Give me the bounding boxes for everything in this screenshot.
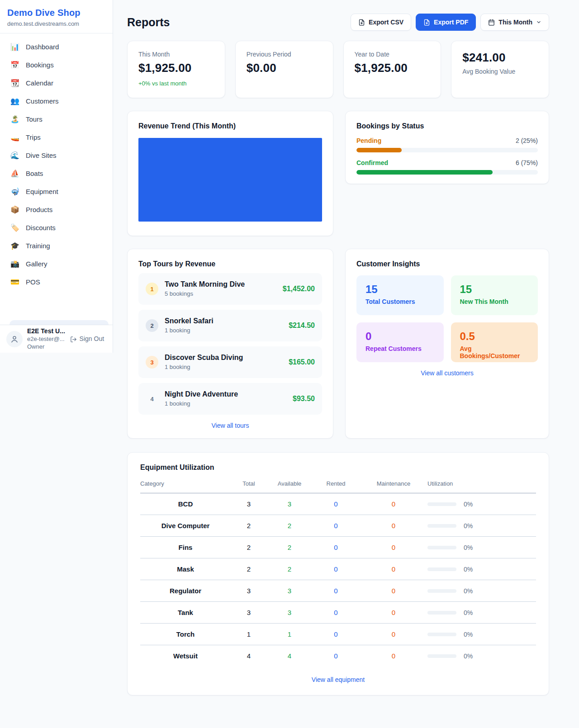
rank-badge: 1: [146, 283, 158, 295]
user-name: E2E Test U...: [27, 327, 104, 336]
stat-card-this-month: This Month $1,925.00 +0% vs last month: [127, 41, 225, 98]
sidebar-item-label: POS: [26, 278, 40, 286]
file-download-icon: [423, 19, 430, 26]
main-content: Reports Export CSV Export PDF This Month: [113, 0, 579, 695]
top-tours-card: Top Tours by Revenue 1 Two Tank Morning …: [127, 249, 333, 439]
sidebar-item-customers[interactable]: 👥 Customers: [5, 92, 107, 110]
sidebar-item-label: Customers: [26, 97, 59, 105]
cell-available: 4: [267, 645, 312, 667]
insight-label: Repeat Customers: [365, 345, 435, 352]
status-row-pending: Pending 2 (25%): [356, 137, 538, 152]
page-title: Reports: [127, 16, 170, 29]
export-pdf-button[interactable]: Export PDF: [416, 14, 476, 31]
sidebar-item-pos[interactable]: 💳 POS: [5, 273, 107, 291]
utilization-percent: 0%: [464, 566, 473, 573]
export-csv-button[interactable]: Export CSV: [351, 14, 411, 31]
utilization-percent: 0%: [464, 544, 473, 551]
calendar-icon: [488, 19, 495, 26]
sidebar-item-discounts[interactable]: 🏷️ Discounts: [5, 219, 107, 236]
utilization-bar: [427, 524, 456, 528]
table-row: Tank 3 3 0 0 0%: [140, 602, 536, 624]
cell-rented: 0: [312, 537, 360, 558]
stat-label: This Month: [138, 51, 214, 58]
calendar-date-icon: 📅: [10, 61, 20, 69]
sidebar-item-reports-active-partial[interactable]: [9, 320, 109, 325]
utilization-percent: 0%: [464, 522, 473, 529]
user-role: Owner: [27, 343, 104, 350]
sidebar-item-products[interactable]: 📦 Products: [5, 201, 107, 218]
sidebar-item-label: Dashboard: [26, 43, 59, 51]
cell-total: 2: [231, 558, 267, 580]
tear-off-calendar-icon: 📆: [10, 79, 20, 87]
sidebar-item-dive-sites[interactable]: 🌊 Dive Sites: [5, 147, 107, 164]
sidebar-item-calendar[interactable]: 📆 Calendar: [5, 74, 107, 92]
sidebar-item-label: Gallery: [26, 260, 47, 268]
utilization-percent: 0%: [464, 587, 473, 595]
stat-card-previous-period: Previous Period $0.00: [235, 41, 333, 98]
view-all-equipment-link[interactable]: View all equipment: [140, 676, 536, 683]
table-row: Mask 2 2 0 0 0%: [140, 558, 536, 580]
insight-value: 0.5: [460, 330, 529, 343]
brand-name[interactable]: Demo Dive Shop: [7, 8, 105, 18]
tour-revenue: $165.00: [289, 358, 315, 366]
insight-label: Avg Bookings/Customer: [460, 345, 529, 359]
cell-rented: 0: [312, 558, 360, 580]
insight-repeat-customers: 0 Repeat Customers: [356, 322, 444, 362]
stat-label: Avg Booking Value: [462, 68, 538, 75]
cell-maintenance: 0: [360, 515, 427, 537]
equipment-header-row: Category Total Available Rented Maintena…: [140, 480, 536, 493]
tour-bookings: 1 booking: [165, 327, 214, 335]
utilization-percent: 0%: [464, 631, 473, 638]
sidebar-item-boats[interactable]: ⛵ Boats: [5, 165, 107, 182]
insight-total-customers: 15 Total Customers: [356, 275, 444, 315]
equipment-utilization-card: Equipment Utilization Category Total Ava…: [127, 452, 549, 695]
equipment-table: Category Total Available Rented Maintena…: [140, 480, 536, 667]
sidebar-item-equipment[interactable]: 🤿 Equipment: [5, 183, 107, 200]
rank-badge: 4: [146, 392, 158, 405]
sidebar-item-tours[interactable]: 🏝️ Tours: [5, 110, 107, 128]
insight-label: New This Month: [460, 298, 529, 305]
status-bar-track: [356, 170, 538, 175]
cell-total: 2: [231, 537, 267, 558]
period-dropdown[interactable]: This Month: [480, 14, 549, 31]
equipment-utilization-title: Equipment Utilization: [140, 463, 536, 472]
cell-total: 4: [231, 645, 267, 667]
utilization-percent: 0%: [464, 609, 473, 616]
top-tours-title: Top Tours by Revenue: [138, 260, 322, 268]
stat-card-year-to-date: Year to Date $1,925.00: [343, 41, 441, 98]
sidebar-item-label: Trips: [26, 133, 41, 141]
utilization-bar: [427, 502, 456, 506]
tour-revenue: $93.50: [293, 395, 315, 403]
sidebar-item-bookings[interactable]: 📅 Bookings: [5, 56, 107, 74]
rank-badge: 2: [146, 319, 158, 332]
sidebar-item-training[interactable]: 🎓 Training: [5, 237, 107, 255]
cell-category: Wetsuit: [140, 645, 231, 667]
sidebar-item-trips[interactable]: 🚤 Trips: [5, 128, 107, 146]
cell-rented: 0: [312, 493, 360, 515]
utilization-bar: [427, 654, 456, 658]
view-all-tours-link[interactable]: View all tours: [138, 422, 322, 429]
tour-row: 3 Discover Scuba Diving 1 booking $165.0…: [138, 346, 322, 378]
tag-icon: 🏷️: [10, 223, 20, 232]
sidebar-item-label: Products: [26, 206, 52, 213]
status-count-pending: 2 (25%): [516, 137, 538, 144]
cell-category: Torch: [140, 624, 231, 645]
stat-value: $0.00: [247, 61, 322, 75]
table-row: Torch 1 1 0 0 0%: [140, 624, 536, 645]
cell-total: 2: [231, 515, 267, 537]
table-row: Wetsuit 4 4 0 0 0%: [140, 645, 536, 667]
sidebar-item-gallery[interactable]: 📸 Gallery: [5, 255, 107, 273]
tour-bookings: 5 bookings: [165, 290, 245, 298]
revenue-trend-chart: [138, 138, 322, 222]
status-bar-fill-confirmed: [356, 170, 493, 175]
island-icon: 🏝️: [10, 115, 20, 123]
sidebar-item-dashboard[interactable]: 📊 Dashboard: [5, 38, 107, 56]
view-all-customers-link[interactable]: View all customers: [356, 369, 538, 377]
wave-icon: 🌊: [10, 151, 20, 160]
sign-out-button[interactable]: Sign Out: [70, 335, 104, 343]
tour-name: Night Dive Adventure: [165, 390, 238, 399]
bookings-by-status-title: Bookings by Status: [356, 122, 538, 130]
column-header-rented: Rented: [312, 480, 360, 493]
sidebar-user-footer: E2E Test U... e2e-tester@... Sign Out Ow…: [0, 325, 113, 353]
cell-maintenance: 0: [360, 602, 427, 624]
